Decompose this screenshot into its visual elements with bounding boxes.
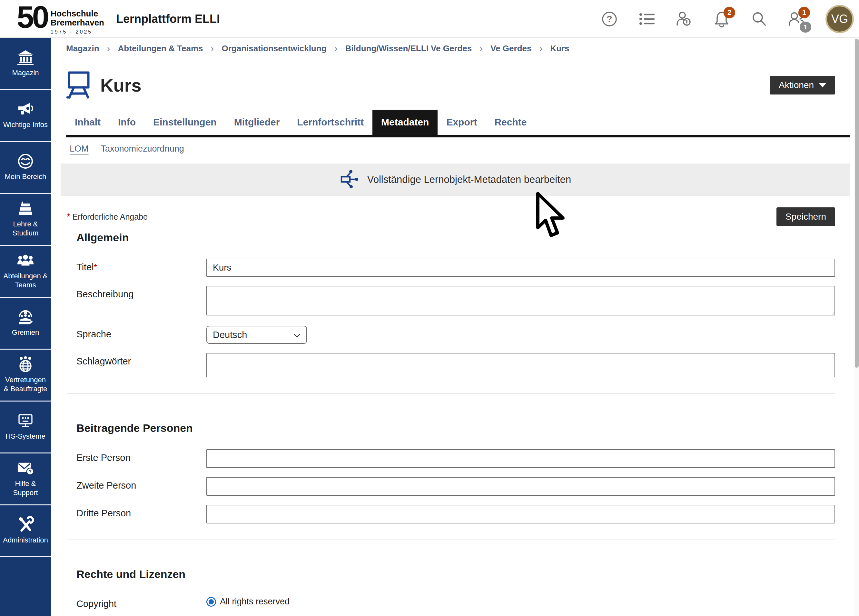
chevron-down-icon — [819, 83, 826, 88]
required-note: * Erforderliche Angabe — [67, 212, 148, 222]
sidebar-item-label: Mein Bereich — [5, 172, 46, 181]
scrollbar-thumb[interactable] — [855, 39, 859, 367]
copyright-label: Copyright — [77, 596, 206, 609]
aktionen-button[interactable]: Aktionen — [770, 76, 835, 94]
sprache-selected-value: Deutsch — [213, 330, 247, 340]
zweite-person-row: Zweite Person — [77, 477, 835, 496]
tab-einstellungen[interactable]: Einstellungen — [144, 109, 225, 135]
speichern-button[interactable]: Speichern — [776, 207, 835, 226]
erste-person-input[interactable] — [206, 449, 835, 468]
search-icon[interactable] — [751, 11, 767, 27]
titel-label: Titel* — [77, 259, 206, 277]
screen: 50 Hochschule Bremerhaven 1975 - 2025 Le… — [0, 0, 859, 616]
sidebar-item-label: Vertretungen & Beauftragte — [2, 375, 49, 394]
tab-inhalt[interactable]: Inhalt — [66, 109, 109, 135]
logo-years: 1975 - 2025 — [51, 29, 104, 35]
user-status-icon[interactable] — [676, 11, 693, 27]
books-icon — [17, 201, 34, 216]
titel-input[interactable] — [206, 259, 835, 277]
hochschule-bremerhaven-logo[interactable]: 50 Hochschule Bremerhaven 1975 - 2025 — [17, 2, 104, 35]
bullet-list-icon[interactable] — [639, 11, 655, 27]
breadcrumb-separator: › — [107, 43, 110, 54]
beschreibung-label: Beschreibung — [77, 286, 206, 317]
help-icon[interactable]: ? — [601, 11, 618, 27]
form-toolbar: * Erforderliche Angabe Speichern — [67, 207, 835, 226]
zweite-person-input[interactable] — [206, 477, 835, 496]
breadcrumb-magazin[interactable]: Magazin — [66, 44, 99, 53]
dritte-person-input[interactable] — [206, 505, 835, 524]
tab-metadaten[interactable]: Metadaten — [372, 109, 437, 135]
metadata-tree-icon — [339, 169, 359, 190]
bank-icon — [17, 50, 34, 65]
sidebar-item-gremien[interactable]: Gremien — [0, 298, 51, 350]
tab-mitglieder[interactable]: Mitglieder — [225, 109, 289, 135]
sidebar-item-administration[interactable]: Administration — [0, 505, 51, 557]
breadcrumb-separator: › — [539, 43, 542, 54]
smiley-icon — [17, 153, 34, 169]
sidebar: Magazin Wichtige Infos Mein — [0, 38, 51, 616]
subtab-bar: LOM Taxonomiezuordnung — [51, 138, 854, 162]
page-title: Kurs — [100, 75, 142, 96]
edit-full-metadata-banner[interactable]: Vollständige Lernobjekt-Metadaten bearbe… — [61, 164, 850, 196]
sidebar-item-wichtige-infos[interactable]: Wichtige Infos — [0, 90, 51, 142]
subtab-taxonomiezuordnung[interactable]: Taxonomiezuordnung — [101, 144, 184, 154]
sidebar-item-abteilungen-teams[interactable]: Abteilungen & Teams — [0, 246, 51, 298]
sidebar-item-vertretungen-beauftragte[interactable]: Vertretungen & Beauftragte — [0, 350, 51, 402]
copyright-row: Copyright All rights reserved — [77, 596, 835, 609]
breadcrumb-kurs[interactable]: Kurs — [550, 44, 569, 53]
breadcrumb-abteilungen-teams[interactable]: Abteilungen & Teams — [118, 44, 203, 53]
breadcrumb-organisationsentwicklung[interactable]: Organisationsentwicklung — [222, 44, 326, 53]
sidebar-item-mein-bereich[interactable]: Mein Bereich — [0, 142, 51, 194]
sidebar-item-label: Hilfe & Support — [2, 479, 49, 497]
tab-info[interactable]: Info — [109, 109, 144, 135]
section-title-beitragende: Beitragende Personen — [77, 422, 854, 435]
notifications-bell-icon[interactable]: 2 — [713, 11, 730, 27]
schlagwoerter-input[interactable] — [206, 353, 835, 377]
sprache-label: Sprache — [77, 326, 206, 344]
logo-line1: Hochschule — [51, 9, 104, 18]
zweite-person-label: Zweite Person — [77, 477, 206, 496]
beschreibung-row: Beschreibung — [77, 286, 835, 317]
vertical-scrollbar[interactable] — [854, 38, 859, 616]
main-content: Magazin › Abteilungen & Teams › Organisa… — [51, 38, 854, 616]
erste-person-label: Erste Person — [77, 449, 206, 468]
svg-text:?: ? — [29, 469, 31, 474]
sidebar-item-lehre-studium[interactable]: Lehre & Studium — [0, 194, 51, 246]
contacts-icon[interactable]: 1 1 — [788, 11, 805, 27]
app-header: 50 Hochschule Bremerhaven 1975 - 2025 Le… — [0, 0, 859, 38]
megaphone-icon — [17, 102, 34, 117]
tab-lernfortschritt[interactable]: Lernfortschritt — [288, 109, 372, 135]
sidebar-item-label: Wichtige Infos — [3, 120, 48, 129]
titel-row: Titel* — [77, 259, 835, 277]
section-divider — [67, 539, 835, 540]
section-title-allgemein: Allgemein — [77, 231, 854, 244]
logo-line2: Bremerhaven — [51, 18, 104, 27]
select-chevron-icon — [294, 330, 300, 340]
sprache-row: Sprache Deutsch — [77, 326, 835, 344]
sidebar-item-hilfe-support[interactable]: ? Hilfe & Support — [0, 453, 51, 505]
bell-badge: 2 — [723, 7, 735, 19]
beschreibung-textarea[interactable] — [206, 286, 835, 316]
page-title-row: Kurs Aktionen — [66, 70, 835, 100]
tab-export[interactable]: Export — [437, 109, 486, 135]
breadcrumb-bildung-wissen[interactable]: Bildung/Wissen/ELLI Ve Gerdes — [345, 44, 472, 53]
breadcrumb-ve-gerdes[interactable]: Ve Gerdes — [490, 44, 531, 53]
contacts-badge-bottom: 1 — [800, 22, 811, 33]
user-avatar[interactable]: VG — [825, 5, 854, 33]
dritte-person-row: Dritte Person — [77, 505, 835, 524]
sprache-select[interactable]: Deutsch — [206, 326, 307, 344]
sidebar-item-magazin[interactable]: Magazin — [0, 38, 51, 90]
committee-icon — [17, 309, 34, 325]
contacts-badge-top: 1 — [798, 7, 810, 19]
copyright-radio-all-rights-reserved[interactable] — [206, 597, 216, 607]
subtab-lom[interactable]: LOM — [70, 144, 89, 154]
tab-rechte[interactable]: Rechte — [486, 109, 535, 135]
sidebar-item-label: Gremien — [12, 328, 39, 337]
required-asterisk: * — [94, 263, 97, 272]
section-title-rechte: Rechte und Lizenzen — [77, 568, 854, 580]
sidebar-item-hs-systeme[interactable]: HS-Systeme — [0, 402, 51, 453]
tools-icon — [17, 517, 34, 533]
erste-person-row: Erste Person — [77, 449, 835, 468]
sidebar-item-label: Lehre & Studium — [2, 220, 49, 238]
svg-text:?: ? — [606, 14, 612, 24]
